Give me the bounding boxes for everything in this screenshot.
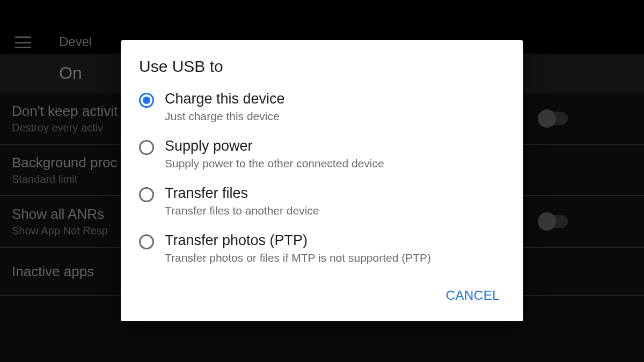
option-transfer-photos-ptp[interactable]: Transfer photos (PTP) Transfer photos or…	[121, 227, 523, 274]
usb-options-list: Charge this device Just charge this devi…	[121, 85, 523, 274]
option-description: Transfer photos or files if MTP is not s…	[165, 252, 431, 264]
usb-dialog: Use USB to Charge this device Just charg…	[121, 40, 523, 321]
option-label: Supply power	[165, 138, 384, 154]
dialog-actions: CANCEL	[121, 274, 523, 316]
dialog-title: Use USB to	[121, 55, 523, 85]
option-description: Just charge this device	[165, 110, 285, 123]
radio-icon	[139, 140, 154, 155]
option-supply-power[interactable]: Supply power Supply power to the other c…	[121, 132, 523, 180]
radio-icon	[139, 93, 154, 108]
radio-icon	[139, 187, 154, 202]
option-transfer-files[interactable]: Transfer files Transfer files to another…	[121, 180, 523, 227]
option-description: Supply power to the other connected devi…	[165, 157, 384, 170]
radio-icon	[139, 234, 154, 249]
option-label: Transfer files	[165, 185, 319, 202]
option-charge-device[interactable]: Charge this device Just charge this devi…	[121, 85, 523, 132]
option-label: Transfer photos (PTP)	[165, 232, 431, 249]
cancel-button[interactable]: CANCEL	[437, 283, 508, 308]
option-description: Transfer files to another device	[165, 204, 319, 217]
option-label: Charge this device	[165, 91, 285, 107]
